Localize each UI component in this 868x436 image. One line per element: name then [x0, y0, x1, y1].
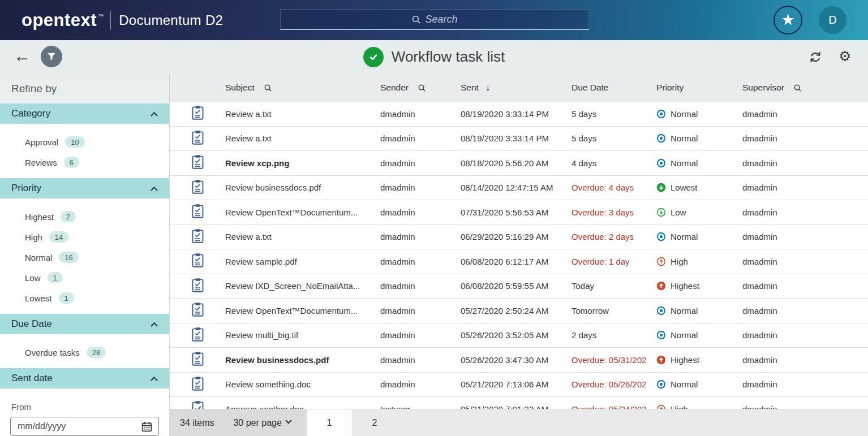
sort-desc-icon: ↓: [485, 83, 490, 93]
sent-cell: 08/19/2020 3:33:14 PM: [461, 109, 571, 119]
filter-item-highest[interactable]: Highest 2: [0, 206, 169, 227]
count-block: 34 items 30 per page: [170, 409, 307, 436]
page-2-button[interactable]: 2: [352, 409, 397, 436]
table-row[interactable]: Review xcp.png dmadmin 08/18/2020 5:56:2…: [170, 151, 868, 176]
from-date-input[interactable]: mm/dd/yyyy: [10, 417, 159, 436]
priority-normal-icon: [656, 379, 666, 389]
filter-item-high[interactable]: High 14: [0, 227, 169, 247]
table-row[interactable]: Review something.doc dmadmin 05/21/2020 …: [170, 373, 868, 398]
top-header: opentext ™ Documentum D2 Search ★ D: [0, 0, 868, 40]
count-badge: 10: [65, 136, 84, 148]
sent-cell: 05/26/2020 3:52:05 AM: [461, 330, 571, 340]
table-row[interactable]: Review a.txt dmadmin 06/29/2020 5:16:29 …: [170, 225, 868, 250]
supervisor-cell: dmadmin: [742, 158, 868, 168]
subject-cell: Review a.txt: [225, 232, 380, 241]
priority-low-icon: [656, 208, 666, 217]
check-circle-icon: [363, 47, 384, 67]
supervisor-cell: dmadmin: [742, 330, 868, 340]
filter-section: Category Approval 10 Reviews 6: [0, 103, 169, 178]
table-row[interactable]: Review IXD_Screen_NoEmailAtta... dmadmin…: [170, 274, 868, 299]
table-row[interactable]: Review businessdocs.pdf dmadmin 08/14/20…: [170, 176, 868, 201]
avatar[interactable]: D: [819, 6, 846, 34]
subject-cell: Review multi_big.tif: [225, 330, 380, 340]
filter-item-normal[interactable]: Normal 16: [0, 247, 169, 267]
star-icon: ★: [781, 12, 794, 28]
sent-cell: 05/21/2020 7:13:06 AM: [461, 379, 571, 389]
column-header-priority[interactable]: Priority: [656, 83, 742, 93]
filter-section-header-sent-date[interactable]: Sent date: [0, 368, 169, 388]
priority-high-icon: [656, 257, 666, 266]
priority-normal-icon: [656, 158, 666, 168]
due-date-cell: Overdue: 4 days: [571, 183, 656, 192]
refine-by-title: Refine by: [0, 74, 169, 103]
column-search-icon[interactable]: [793, 84, 802, 92]
review-task-icon: [191, 179, 204, 196]
product-name: Documentum D2: [119, 12, 223, 28]
column-header-due-date[interactable]: Due Date: [571, 83, 656, 93]
search-icon: [411, 15, 421, 24]
supervisor-cell: dmadmin: [742, 183, 868, 192]
calendar-icon: [141, 421, 153, 433]
favorites-button[interactable]: ★: [774, 6, 802, 34]
filter-item-lowest[interactable]: Lowest 1: [0, 288, 169, 308]
sender-cell: dmadmin: [380, 281, 461, 291]
sender-cell: dmadmin: [380, 133, 461, 143]
priority-cell: Highest: [656, 281, 742, 291]
sent-cell: 08/14/2020 12:47:15 AM: [461, 183, 571, 192]
toolbar: ← Workflow task list ⚙: [0, 40, 868, 74]
page-1-button[interactable]: 1: [307, 409, 352, 436]
per-page-select[interactable]: 30 per page: [233, 418, 291, 428]
table-row[interactable]: Review businessdocs.pdf dmadmin 05/26/20…: [170, 348, 868, 373]
count-badge: 16: [59, 252, 78, 263]
subject-cell: Review OpenText™Documentum...: [225, 306, 380, 316]
due-date-cell: 2 days: [571, 330, 656, 340]
column-search-icon[interactable]: [264, 84, 272, 92]
due-date-cell: Overdue: 3 days: [571, 208, 656, 217]
priority-cell: Normal: [656, 232, 742, 241]
refresh-button[interactable]: [808, 50, 823, 67]
table-row[interactable]: Review a.txt dmadmin 08/19/2020 3:33:14 …: [170, 127, 868, 152]
column-search-icon[interactable]: [418, 84, 426, 92]
count-badge: 1: [59, 292, 74, 304]
due-date-cell: Overdue: 05/26/202: [571, 379, 656, 389]
sender-cell: dmadmin: [380, 257, 461, 266]
filter-item-overdue-tasks[interactable]: Overdue tasks 28: [0, 342, 169, 362]
filter-item-approval[interactable]: Approval 10: [0, 132, 169, 152]
page-title-wrap: Workflow task list: [0, 40, 868, 74]
table-row[interactable]: Review a.txt dmadmin 08/19/2020 3:33:14 …: [170, 102, 868, 127]
filter-section-header-category[interactable]: Category: [0, 103, 169, 124]
due-date-cell: Today: [571, 281, 656, 291]
sent-cell: 06/08/2020 6:12:17 AM: [461, 257, 571, 266]
column-header-subject[interactable]: Subject: [225, 83, 380, 93]
count-badge: 6: [64, 157, 79, 168]
table-row[interactable]: Review OpenText™Documentum... dmadmin 07…: [170, 200, 868, 225]
filter-section-header-due-date[interactable]: Due Date: [0, 314, 169, 334]
review-task-icon: [191, 154, 204, 171]
settings-button[interactable]: ⚙: [839, 48, 851, 64]
due-date-cell: 5 days: [571, 133, 656, 143]
table-row[interactable]: Review multi_big.tif dmadmin 05/26/2020 …: [170, 323, 868, 348]
sent-date-from-block: From mm/dd/yyyy: [0, 402, 169, 436]
table-row[interactable]: Review sample.pdf dmadmin 06/08/2020 6:1…: [170, 249, 868, 274]
filter-item-reviews[interactable]: Reviews 6: [0, 152, 169, 172]
priority-cell: Normal: [656, 330, 742, 340]
priority-cell: Low: [656, 208, 742, 217]
filter-item-low[interactable]: Low 1: [0, 267, 169, 288]
due-date-cell: Overdue: 05/31/202: [571, 355, 656, 365]
column-header-supervisor[interactable]: Supervisor: [742, 83, 868, 93]
table-row[interactable]: Review OpenText™Documentum... dmadmin 05…: [170, 299, 868, 323]
chevron-up-icon: [151, 186, 158, 193]
items-count: 34 items: [180, 418, 214, 428]
supervisor-cell: dmadmin: [742, 281, 868, 291]
column-header-sent[interactable]: Sent ↓: [461, 83, 571, 93]
supervisor-cell: dmadmin: [742, 232, 868, 241]
search-input[interactable]: Search: [280, 9, 589, 30]
due-date-cell: Overdue: 1 day: [571, 257, 656, 266]
filter-section-header-priority[interactable]: Priority: [0, 178, 169, 198]
app-window: opentext ™ Documentum D2 Search ★ D ← Wo…: [0, 0, 868, 436]
priority-normal-icon: [656, 133, 666, 143]
column-header-sender[interactable]: Sender: [380, 83, 461, 93]
page-title: Workflow task list: [392, 48, 505, 66]
priority-highest-icon: [656, 355, 666, 365]
gear-icon: ⚙: [839, 48, 851, 64]
